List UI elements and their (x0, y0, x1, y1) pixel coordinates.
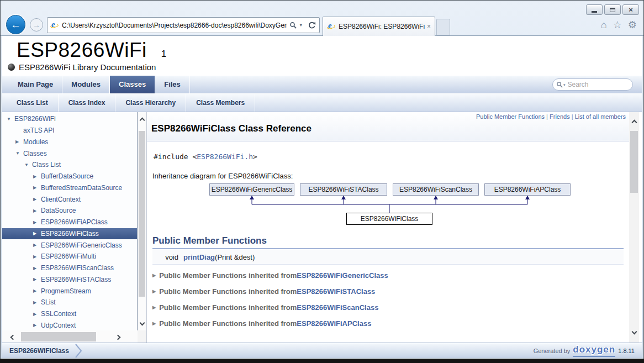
tree-item-label[interactable]: ClientContext (41, 196, 81, 203)
diagram-node[interactable]: ESP8266WiFiAPClass (484, 183, 571, 196)
tree-item-udpcontext[interactable]: ▶UdpContext (2, 320, 137, 331)
tree-item-esp8266wifimulti[interactable]: ▶ESP8266WiFiMulti (2, 251, 137, 262)
tree-item-slist[interactable]: ▶SList (2, 297, 137, 308)
sidebar-vertical-scrollbar[interactable] (138, 112, 146, 330)
tree-item-label[interactable]: Class List (32, 161, 61, 169)
new-tab-button[interactable] (436, 19, 450, 35)
inherited-class-link[interactable]: ESP8266WiFiSTAClass (297, 287, 375, 296)
scroll-right-button[interactable] (112, 330, 124, 343)
tree-item-label[interactable]: ESP8266WiFiClass (41, 230, 99, 238)
forward-button[interactable]: → (30, 18, 43, 31)
tree-item-label[interactable]: SList (41, 298, 56, 306)
tree-item-bufferdatasource[interactable]: ▶BufferDataSource (2, 171, 137, 182)
title-bar[interactable]: × (1, 1, 643, 15)
tree-item-label[interactable]: Classes (23, 150, 47, 157)
tree-item-label[interactable]: BufferDataSource (41, 172, 93, 180)
tree-item-label[interactable]: ESP8266WiFi (14, 115, 56, 123)
tree-item-label[interactable]: ESP8266WiFiSTAClass (41, 276, 111, 283)
maximize-button[interactable] (604, 4, 621, 15)
inherited-section[interactable]: ▶ Public Member Functions inherited from… (152, 270, 624, 281)
tree-expand-icon[interactable]: ▶ (33, 300, 41, 305)
tree-item-label[interactable]: UdpContext (41, 322, 76, 329)
tree-expand-icon[interactable]: ▼ (15, 151, 23, 156)
home-icon[interactable]: ⌂ (601, 19, 607, 31)
tab-files[interactable]: Files (155, 76, 190, 93)
search-filter-caret-icon[interactable]: ▾ (563, 83, 566, 87)
tree-item-label[interactable]: BufferedStreamDataSource (41, 184, 122, 192)
summary-link-friends[interactable]: Friends (550, 113, 570, 120)
tab-close-icon[interactable]: × (427, 23, 431, 30)
address-bar[interactable]: e C:\Users\Krzysztof\Documents\Projects\… (47, 17, 320, 33)
close-button[interactable]: × (622, 4, 639, 15)
url-text[interactable]: C:\Users\Krzysztof\Documents\Projects\es… (62, 22, 287, 29)
tree-expand-icon[interactable]: ▼ (24, 162, 32, 167)
tree-item-esp8266wifistaclass[interactable]: ▶ESP8266WiFiSTAClass (2, 274, 137, 286)
tree-item-class-list[interactable]: ▼Class List (2, 159, 137, 171)
tree-item-modules[interactable]: ▶Modules (2, 136, 137, 148)
tab-main-page[interactable]: Main Page (9, 76, 62, 93)
inherited-section[interactable]: ▶ Public Member Functions inherited from… (152, 302, 624, 313)
tree-expand-icon[interactable]: ▶ (33, 288, 41, 293)
scroll-up-button[interactable] (630, 117, 638, 128)
tree-expand-icon[interactable]: ▶ (33, 266, 41, 271)
scroll-thumb[interactable] (139, 131, 145, 297)
scroll-left-button[interactable] (7, 330, 19, 343)
subtab-class-index[interactable]: Class Index (59, 94, 116, 112)
favorites-icon[interactable]: ☆ (613, 19, 622, 31)
tree-expand-icon[interactable]: ▶ (33, 323, 41, 328)
scroll-thumb[interactable] (630, 131, 638, 193)
diagram-node[interactable]: ESP8266WiFiSTAClass (300, 183, 387, 196)
subtab-class-hierarchy[interactable]: Class Hierarchy (115, 94, 186, 112)
inherited-section[interactable]: ▶ Public Member Functions inherited from… (152, 318, 624, 329)
tree-item-label[interactable]: ESP8266WiFiGenericClass (41, 241, 122, 249)
diagram-node[interactable]: ESP8266WiFiGenericClass (209, 183, 294, 196)
tab-classes[interactable]: Classes (110, 76, 155, 93)
inherited-section[interactable]: ▶ Public Member Functions inherited from… (152, 286, 624, 297)
diagram-node[interactable]: ESP8266WiFiScanClass (393, 183, 479, 196)
tree-expand-icon[interactable]: ▶ (33, 277, 41, 282)
member-name-link[interactable]: printDiag (183, 253, 215, 261)
tree-item-esp8266wifi[interactable]: ▼ESP8266WiFi (2, 113, 137, 125)
scroll-down-button[interactable] (138, 317, 146, 328)
refresh-icon[interactable] (308, 21, 316, 30)
tree-item-axtls-api[interactable]: axTLS API (2, 125, 137, 136)
browser-tab[interactable]: e ESP8266WiFi: ESP8266WiFi... × (323, 17, 435, 36)
scroll-up-button[interactable] (138, 114, 146, 125)
tree-expand-icon[interactable]: ▶ (33, 197, 41, 202)
tree-item-datasource[interactable]: ▶DataSource (2, 205, 137, 217)
tree-expand-icon[interactable]: ▶ (33, 312, 41, 317)
tree-expand-icon[interactable]: ▶ (33, 208, 41, 213)
tree-item-esp8266wifiscanclass[interactable]: ▶ESP8266WiFiScanClass (2, 262, 137, 274)
content-vertical-scrollbar[interactable] (629, 112, 639, 343)
tree-item-label[interactable]: ProgmemStream (41, 287, 91, 295)
inherited-class-link[interactable]: ESP8266WiFiScanClass (297, 303, 378, 312)
tools-icon[interactable]: ⚙ (628, 19, 637, 31)
tree-expand-icon[interactable]: ▼ (7, 117, 14, 122)
subtab-class-members[interactable]: Class Members (186, 94, 255, 112)
tree-expand-icon[interactable]: ▶ (33, 254, 41, 259)
tree-item-esp8266wifiapclass[interactable]: ▶ESP8266WiFiAPClass (2, 217, 137, 228)
search-box[interactable]: ▾ (552, 78, 633, 91)
summary-link-public-members[interactable]: Public Member Functions (476, 113, 545, 120)
tree-item-bufferedstreamdatasource[interactable]: ▶BufferedStreamDataSource (2, 182, 137, 194)
doxygen-logo[interactable]: doxygen (573, 344, 615, 357)
scroll-down-button[interactable] (630, 326, 638, 337)
search-input[interactable] (568, 81, 621, 88)
inherited-class-link[interactable]: ESP8266WiFiAPClass (297, 319, 371, 328)
tree-expand-icon[interactable]: ▶ (15, 139, 23, 144)
search-icon[interactable] (289, 22, 297, 29)
tree-item-label[interactable]: DataSource (41, 207, 76, 214)
tree-item-classes[interactable]: ▼Classes (2, 148, 137, 159)
summary-link-all-members[interactable]: List of all members (575, 113, 626, 120)
tree-item-label[interactable]: ESP8266WiFiMulti (41, 252, 96, 260)
tree-item-label[interactable]: SSLContext (41, 310, 76, 318)
sidebar-horizontal-scrollbar[interactable] (2, 330, 138, 343)
scroll-thumb[interactable] (21, 332, 96, 341)
tree-item-label[interactable]: Modules (23, 138, 48, 146)
tree-expand-icon[interactable]: ▶ (33, 174, 41, 179)
tree-item-clientcontext[interactable]: ▶ClientContext (2, 193, 137, 205)
tree-item-esp8266wificlass[interactable]: ▶ESP8266WiFiClass (2, 228, 137, 240)
include-file-link[interactable]: ESP8266WiFi.h (197, 152, 253, 161)
tree-item-label[interactable]: ESP8266WiFiScanClass (41, 264, 114, 272)
tree-item-esp8266wifigenericclass[interactable]: ▶ESP8266WiFiGenericClass (2, 239, 137, 251)
